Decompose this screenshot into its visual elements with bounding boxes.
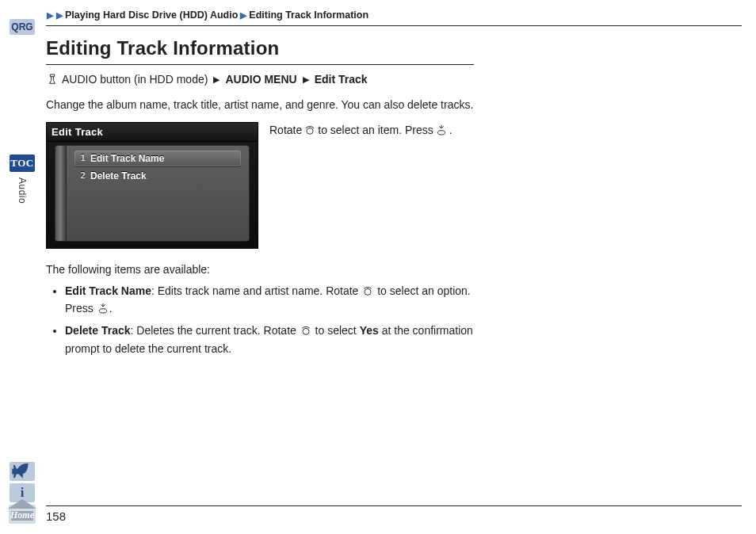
screen-item-label: Delete Track bbox=[90, 170, 147, 181]
available-label: The following items are available: bbox=[46, 263, 742, 276]
divider bbox=[46, 64, 474, 65]
breadcrumb: ▶ ▶ Playing Hard Disc Drive (HDD) Audio … bbox=[46, 10, 742, 21]
qrg-badge[interactable]: QRG bbox=[10, 19, 35, 35]
press-button-icon bbox=[97, 302, 109, 315]
voice-icon[interactable] bbox=[10, 462, 35, 481]
triangle-right-icon: ▶ bbox=[213, 74, 220, 85]
toc-badge[interactable]: TOC bbox=[10, 154, 35, 172]
nav-pre: AUDIO button (in HDD mode) bbox=[62, 73, 208, 86]
screen-tab-handle bbox=[55, 145, 66, 242]
svg-point-2 bbox=[365, 288, 371, 295]
svg-point-1 bbox=[437, 130, 445, 134]
svg-point-4 bbox=[303, 329, 309, 335]
side-rail: QRG TOC Audio i Home bbox=[6, 8, 38, 526]
options-list: Edit Track Name: Edits track name and ar… bbox=[46, 282, 474, 358]
rotary-dial-icon bbox=[361, 284, 374, 297]
caption-text: Rotate bbox=[269, 124, 302, 136]
press-button-icon bbox=[435, 124, 448, 136]
device-screenshot: Edit Track 1 Edit Track Name 2 Delete Tr… bbox=[46, 122, 258, 249]
screen-item-edit-track-name: 1 Edit Track Name bbox=[74, 151, 241, 166]
option-text: : Edits track name and artist name. Rota… bbox=[151, 284, 358, 297]
option-text: . bbox=[109, 302, 113, 315]
list-item: Edit Track Name: Edits track name and ar… bbox=[65, 282, 474, 318]
option-text: to select bbox=[315, 324, 357, 337]
option-yes: Yes bbox=[360, 324, 379, 337]
breadcrumb-page[interactable]: Editing Track Information bbox=[249, 10, 368, 21]
svg-point-0 bbox=[307, 128, 313, 134]
caption-text: . bbox=[449, 124, 452, 136]
figure-caption: Rotate to select an item. Press . bbox=[269, 122, 452, 136]
divider bbox=[46, 25, 742, 26]
breadcrumb-section[interactable]: Playing Hard Disc Drive (HDD) Audio bbox=[65, 10, 238, 21]
rotary-dial-icon bbox=[300, 324, 312, 337]
page-number: 158 bbox=[46, 505, 742, 523]
triangle-right-icon: ▶ bbox=[303, 74, 309, 85]
rotary-dial-icon bbox=[304, 124, 316, 136]
chevron-right-icon: ▶ bbox=[47, 10, 53, 21]
nav-path: AUDIO button (in HDD mode) ▶ AUDIO MENU … bbox=[46, 73, 742, 86]
selector-icon bbox=[46, 73, 59, 86]
screen-item-number: 1 bbox=[78, 153, 86, 163]
screen-item-delete-track: 2 Delete Track bbox=[74, 168, 241, 184]
screen-item-number: 2 bbox=[78, 170, 86, 181]
screen-item-label: Edit Track Name bbox=[90, 153, 164, 164]
section-label-audio: Audio bbox=[17, 177, 28, 204]
home-icon[interactable]: Home bbox=[9, 505, 36, 524]
caption-text: to select an item. Press bbox=[318, 124, 433, 136]
svg-point-3 bbox=[99, 309, 106, 313]
page-title: Editing Track Information bbox=[46, 37, 742, 59]
chevron-right-icon: ▶ bbox=[56, 10, 63, 21]
option-name: Edit Track Name bbox=[65, 284, 151, 297]
option-text: : Deletes the current track. Rotate bbox=[131, 324, 296, 337]
screen-header: Edit Track bbox=[47, 123, 258, 142]
option-name: Delete Track bbox=[65, 324, 131, 337]
list-item: Delete Track: Deletes the current track.… bbox=[65, 322, 474, 357]
nav-edit-track: Edit Track bbox=[315, 73, 368, 86]
nav-audio-menu: AUDIO MENU bbox=[225, 73, 296, 86]
chevron-right-icon: ▶ bbox=[240, 10, 246, 21]
intro-text: Change the album name, track title, arti… bbox=[46, 97, 474, 114]
